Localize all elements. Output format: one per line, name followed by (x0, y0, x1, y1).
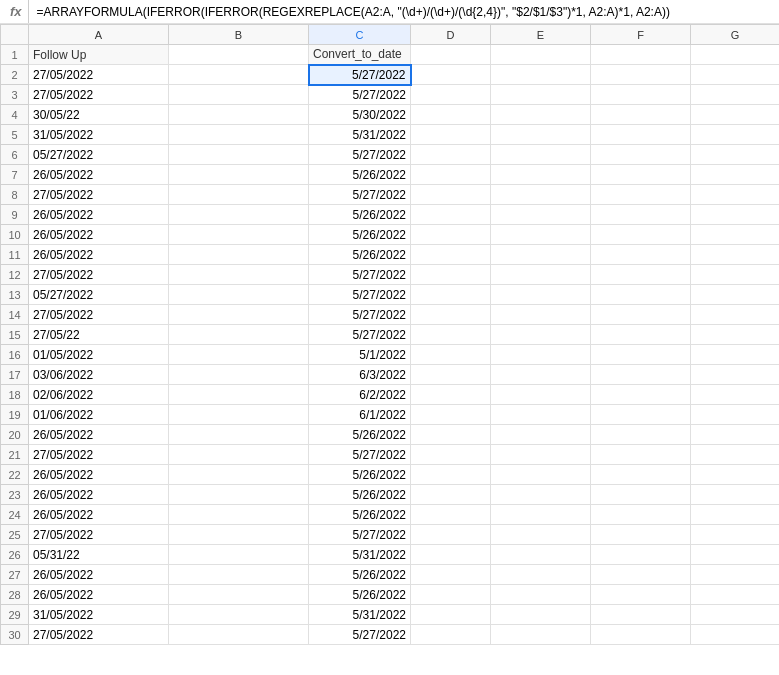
cell-C1[interactable]: Convert_to_date (309, 45, 411, 65)
cell-G8[interactable] (691, 185, 780, 205)
cell-A29[interactable]: 31/05/2022 (29, 605, 169, 625)
cell-A28[interactable]: 26/05/2022 (29, 585, 169, 605)
cell-A22[interactable]: 26/05/2022 (29, 465, 169, 485)
cell-D24[interactable] (411, 505, 491, 525)
cell-E27[interactable] (491, 565, 591, 585)
cell-F2[interactable] (591, 65, 691, 85)
cell-A13[interactable]: 05/27/2022 (29, 285, 169, 305)
cell-G29[interactable] (691, 605, 780, 625)
cell-C30[interactable]: 5/27/2022 (309, 625, 411, 645)
cell-G25[interactable] (691, 525, 780, 545)
cell-A19[interactable]: 01/06/2022 (29, 405, 169, 425)
cell-E8[interactable] (491, 185, 591, 205)
cell-E28[interactable] (491, 585, 591, 605)
cell-B27[interactable] (169, 565, 309, 585)
cell-B8[interactable] (169, 185, 309, 205)
cell-C21[interactable]: 5/27/2022 (309, 445, 411, 465)
cell-F9[interactable] (591, 205, 691, 225)
col-header-G[interactable]: G (691, 25, 780, 45)
cell-B9[interactable] (169, 205, 309, 225)
cell-B17[interactable] (169, 365, 309, 385)
cell-A26[interactable]: 05/31/22 (29, 545, 169, 565)
cell-G5[interactable] (691, 125, 780, 145)
cell-D11[interactable] (411, 245, 491, 265)
cell-C14[interactable]: 5/27/2022 (309, 305, 411, 325)
cell-A30[interactable]: 27/05/2022 (29, 625, 169, 645)
cell-B12[interactable] (169, 265, 309, 285)
cell-E21[interactable] (491, 445, 591, 465)
cell-B14[interactable] (169, 305, 309, 325)
cell-D4[interactable] (411, 105, 491, 125)
cell-D21[interactable] (411, 445, 491, 465)
cell-F24[interactable] (591, 505, 691, 525)
col-header-D[interactable]: D (411, 25, 491, 45)
cell-A18[interactable]: 02/06/2022 (29, 385, 169, 405)
cell-A20[interactable]: 26/05/2022 (29, 425, 169, 445)
cell-E14[interactable] (491, 305, 591, 325)
cell-B21[interactable] (169, 445, 309, 465)
cell-C12[interactable]: 5/27/2022 (309, 265, 411, 285)
cell-E9[interactable] (491, 205, 591, 225)
cell-D5[interactable] (411, 125, 491, 145)
cell-E19[interactable] (491, 405, 591, 425)
col-header-F[interactable]: F (591, 25, 691, 45)
cell-B30[interactable] (169, 625, 309, 645)
cell-E2[interactable] (491, 65, 591, 85)
cell-C6[interactable]: 5/27/2022 (309, 145, 411, 165)
cell-F28[interactable] (591, 585, 691, 605)
cell-C23[interactable]: 5/26/2022 (309, 485, 411, 505)
cell-G14[interactable] (691, 305, 780, 325)
cell-E22[interactable] (491, 465, 591, 485)
cell-B2[interactable] (169, 65, 309, 85)
cell-A14[interactable]: 27/05/2022 (29, 305, 169, 325)
cell-B4[interactable] (169, 105, 309, 125)
cell-F1[interactable] (591, 45, 691, 65)
cell-C19[interactable]: 6/1/2022 (309, 405, 411, 425)
cell-F8[interactable] (591, 185, 691, 205)
cell-G3[interactable] (691, 85, 780, 105)
cell-D28[interactable] (411, 585, 491, 605)
cell-G30[interactable] (691, 625, 780, 645)
cell-E12[interactable] (491, 265, 591, 285)
cell-E1[interactable] (491, 45, 591, 65)
cell-C5[interactable]: 5/31/2022 (309, 125, 411, 145)
cell-E15[interactable] (491, 325, 591, 345)
cell-A4[interactable]: 30/05/22 (29, 105, 169, 125)
cell-B28[interactable] (169, 585, 309, 605)
cell-B29[interactable] (169, 605, 309, 625)
cell-G17[interactable] (691, 365, 780, 385)
cell-G9[interactable] (691, 205, 780, 225)
cell-C25[interactable]: 5/27/2022 (309, 525, 411, 545)
cell-E25[interactable] (491, 525, 591, 545)
cell-B11[interactable] (169, 245, 309, 265)
cell-B7[interactable] (169, 165, 309, 185)
cell-D27[interactable] (411, 565, 491, 585)
cell-A21[interactable]: 27/05/2022 (29, 445, 169, 465)
col-header-A[interactable]: A (29, 25, 169, 45)
cell-C26[interactable]: 5/31/2022 (309, 545, 411, 565)
cell-E26[interactable] (491, 545, 591, 565)
cell-E6[interactable] (491, 145, 591, 165)
cell-B15[interactable] (169, 325, 309, 345)
cell-F10[interactable] (591, 225, 691, 245)
cell-F15[interactable] (591, 325, 691, 345)
cell-D3[interactable] (411, 85, 491, 105)
cell-G23[interactable] (691, 485, 780, 505)
cell-F29[interactable] (591, 605, 691, 625)
cell-A25[interactable]: 27/05/2022 (29, 525, 169, 545)
cell-F23[interactable] (591, 485, 691, 505)
cell-B25[interactable] (169, 525, 309, 545)
cell-A1[interactable]: Follow Up (29, 45, 169, 65)
cell-D30[interactable] (411, 625, 491, 645)
cell-F16[interactable] (591, 345, 691, 365)
cell-B13[interactable] (169, 285, 309, 305)
cell-G4[interactable] (691, 105, 780, 125)
cell-E13[interactable] (491, 285, 591, 305)
cell-B18[interactable] (169, 385, 309, 405)
cell-C10[interactable]: 5/26/2022 (309, 225, 411, 245)
cell-F13[interactable] (591, 285, 691, 305)
cell-G16[interactable] (691, 345, 780, 365)
cell-D14[interactable] (411, 305, 491, 325)
cell-G11[interactable] (691, 245, 780, 265)
cell-D19[interactable] (411, 405, 491, 425)
